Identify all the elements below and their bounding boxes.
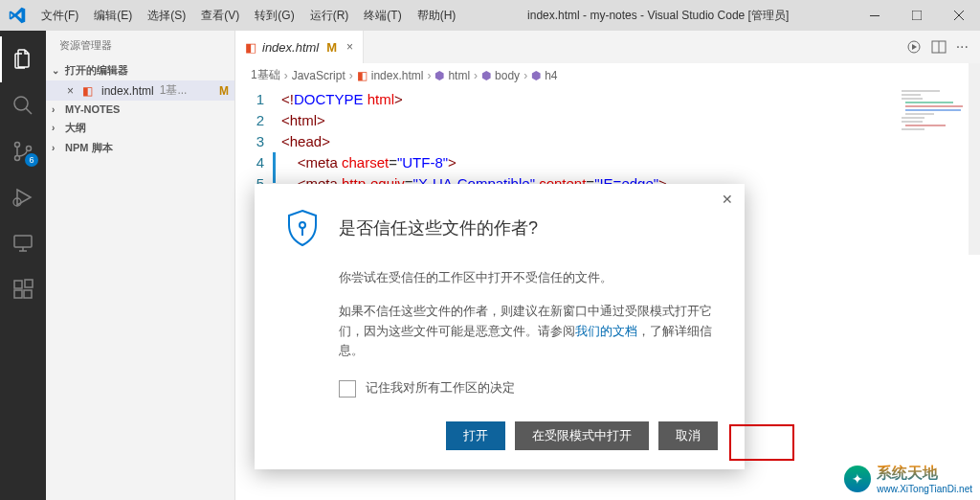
menu-item[interactable]: 运行(R) [303, 4, 356, 28]
scm-badge: 6 [25, 153, 38, 167]
svg-point-4 [15, 156, 20, 161]
window-title: index.html - my-notes - Visual Studio Co… [462, 8, 854, 24]
dialog-text-1: 你尝试在受信任的工作区中打开不受信任的文件。 [339, 268, 718, 288]
chevron-down-icon: ⌄ [52, 65, 65, 76]
open-button[interactable]: 打开 [446, 421, 505, 450]
search-icon[interactable] [0, 82, 46, 128]
maximize-button[interactable] [896, 0, 938, 31]
menubar: 文件(F)编辑(E)选择(S)查看(V)转到(G)运行(R)终端(T)帮助(H) [34, 4, 462, 28]
close-icon[interactable]: × [346, 40, 353, 54]
docs-link[interactable]: 我们的文档 [575, 324, 637, 338]
svg-rect-1 [912, 11, 922, 20]
svg-point-25 [300, 222, 305, 228]
watermark-text: 系统天地 [877, 464, 972, 484]
element-icon: ⬢ [531, 69, 541, 82]
menu-item[interactable]: 文件(F) [34, 4, 85, 28]
tab-index-html[interactable]: ◧ index.html M × [235, 31, 364, 63]
cancel-button[interactable]: 取消 [658, 421, 718, 450]
run-debug-icon[interactable] [0, 174, 46, 220]
watermark-icon: ✦ [844, 466, 871, 492]
svg-point-2 [14, 97, 28, 110]
element-icon: ⬢ [481, 69, 491, 82]
svg-rect-0 [870, 15, 880, 16]
menu-item[interactable]: 查看(V) [194, 4, 246, 28]
chevron-right-icon: › [52, 143, 65, 153]
npm-scripts-section[interactable]: ›NPM 脚本 [46, 138, 234, 158]
watermark-url: www.XiTongTianDi.net [877, 484, 972, 494]
outline-section[interactable]: ›大纲 [46, 118, 234, 138]
close-icon[interactable]: × [67, 84, 82, 98]
svg-rect-22 [902, 121, 923, 123]
split-editor-icon[interactable] [931, 39, 947, 55]
tab-actions: ··· [906, 31, 980, 63]
svg-rect-19 [905, 109, 961, 111]
dialog-body: 你尝试在受信任的工作区中打开不受信任的文件。 如果不信任这些文件的作者，则建议在… [281, 268, 718, 398]
file-path: 1基... [160, 82, 215, 99]
breadcrumbs[interactable]: 1基础›JavaScript›◧ index.html›⬢ html›⬢ bod… [235, 63, 980, 87]
modified-badge: M [219, 84, 229, 98]
menu-item[interactable]: 编辑(E) [87, 4, 139, 28]
html-file-icon: ◧ [245, 40, 256, 55]
modified-badge: M [326, 40, 337, 55]
watermark: ✦ 系统天地 www.XiTongTianDi.net [844, 464, 972, 494]
svg-rect-24 [902, 128, 924, 130]
explorer-icon[interactable] [0, 36, 46, 82]
html-file-icon: ◧ [82, 84, 98, 98]
vertical-scrollbar[interactable] [969, 63, 980, 255]
minimize-button[interactable] [854, 0, 896, 31]
menu-item[interactable]: 转到(G) [248, 4, 301, 28]
dialog-title: 是否信任这些文件的作者? [339, 216, 538, 239]
file-name: index.html [101, 84, 154, 98]
svg-rect-11 [25, 280, 33, 287]
extensions-icon[interactable] [0, 266, 46, 312]
svg-rect-15 [902, 94, 921, 96]
menu-item[interactable]: 帮助(H) [411, 4, 463, 28]
svg-rect-14 [902, 90, 940, 92]
open-editors-section[interactable]: ⌄打开的编辑器 [46, 60, 234, 80]
activity-bar: 6 [0, 31, 46, 500]
dialog-text-2: 如果不信任这些文件的作者，则建议在新窗口中通过受限模式打开它们，因为这些文件可能… [339, 302, 718, 361]
svg-rect-21 [902, 117, 924, 119]
window-controls [854, 0, 980, 31]
menu-item[interactable]: 选择(S) [141, 4, 192, 28]
svg-rect-8 [14, 281, 22, 288]
sidebar-title: 资源管理器 [46, 31, 234, 60]
svg-rect-10 [24, 290, 32, 298]
more-actions-icon[interactable]: ··· [956, 38, 969, 56]
trust-dialog: ✕ 是否信任这些文件的作者? 你尝试在受信任的工作区中打开不受信任的文件。 如果… [255, 184, 745, 469]
breadcrumb-item[interactable]: 1基础 [251, 67, 280, 83]
checkbox-label: 记住我对所有工作区的决定 [366, 378, 515, 398]
tab-label: index.html [262, 40, 319, 55]
svg-rect-7 [14, 236, 32, 247]
breadcrumb-item[interactable]: html [448, 69, 470, 82]
breadcrumb-item[interactable]: index.html [371, 69, 424, 82]
minimap[interactable] [900, 88, 967, 222]
breadcrumb-item[interactable]: body [495, 69, 520, 82]
remote-explorer-icon[interactable] [0, 220, 46, 266]
svg-rect-23 [905, 125, 946, 126]
open-editor-item[interactable]: × ◧ index.html 1基... M [46, 80, 234, 101]
svg-point-3 [15, 143, 20, 148]
chevron-right-icon: › [52, 104, 65, 115]
svg-rect-16 [902, 98, 923, 100]
close-button[interactable] [938, 0, 980, 31]
menu-item[interactable]: 终端(T) [357, 4, 408, 28]
html-file-icon: ◧ [357, 69, 368, 82]
dialog-close-icon[interactable]: ✕ [722, 192, 733, 207]
sidebar: 资源管理器 ⌄打开的编辑器 × ◧ index.html 1基... M ›MY… [46, 31, 235, 500]
source-control-icon[interactable]: 6 [0, 128, 46, 174]
editor-tabs: ◧ index.html M × ··· [235, 31, 980, 63]
vscode-logo-icon [0, 7, 34, 24]
svg-point-5 [27, 147, 32, 151]
open-restricted-button[interactable]: 在受限模式中打开 [515, 421, 649, 450]
chevron-right-icon: › [52, 123, 65, 133]
remember-checkbox[interactable] [339, 380, 356, 398]
breadcrumb-item[interactable]: JavaScript [292, 69, 345, 82]
svg-rect-18 [905, 105, 963, 107]
svg-rect-9 [14, 290, 22, 298]
breadcrumb-item[interactable]: h4 [545, 69, 557, 82]
dialog-buttons: 打开 在受限模式中打开 取消 [281, 421, 718, 450]
run-code-icon[interactable] [906, 39, 922, 55]
folder-section[interactable]: ›MY-NOTES [46, 101, 234, 118]
element-icon: ⬢ [434, 69, 444, 82]
